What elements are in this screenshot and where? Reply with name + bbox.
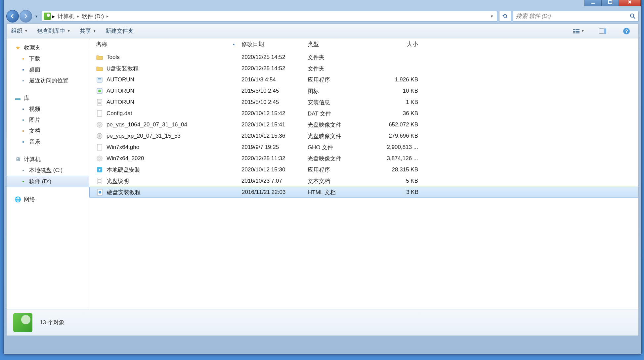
libraries-header[interactable]: ▬ 库	[7, 93, 89, 104]
chevron-down-icon: ▼	[93, 29, 96, 33]
explorer-window: ▼ ▸ 计算机 ▸ 软件 (D:) ▸ ▼ 组织▼ 包含到库中▼ 共享▼ 新建文	[3, 0, 642, 355]
star-icon: ★	[15, 45, 21, 51]
svg-point-16	[98, 90, 101, 92]
sidebar-item-favorites-2[interactable]: ▪最近访问的位置	[7, 75, 89, 86]
close-icon	[627, 0, 632, 4]
sidebar-item-favorites-0[interactable]: ▪下载	[7, 53, 89, 64]
file-size: 652,072 KB	[374, 121, 423, 128]
file-row[interactable]: AUTORUN2015/5/10 2:45图标10 KB	[89, 85, 638, 97]
file-list[interactable]: Tools2020/12/25 14:52文件夹U盘安装教程2020/12/25…	[89, 50, 638, 199]
network-label: 网络	[24, 196, 35, 203]
minimize-icon	[591, 0, 595, 4]
maximize-button[interactable]	[602, 0, 619, 6]
sort-asc-icon: ▲	[232, 42, 236, 46]
new-folder-button[interactable]: 新建文件夹	[106, 27, 134, 35]
column-header-size[interactable]: 大小	[374, 40, 423, 48]
file-row[interactable]: Win7x64_20202020/12/25 11:32光盘映像文件3,874,…	[89, 153, 638, 164]
sidebar-item-libraries-1[interactable]: ▪图片	[7, 114, 89, 125]
preview-pane-button[interactable]	[595, 26, 610, 36]
file-type: 光盘映像文件	[308, 121, 374, 129]
computer-label: 计算机	[24, 156, 41, 163]
close-button[interactable]	[619, 0, 641, 6]
sidebar-item-favorites-1[interactable]: ▪桌面	[7, 64, 89, 75]
file-row[interactable]: AUTORUN2015/5/10 2:45安装信息1 KB	[89, 97, 638, 108]
svg-rect-7	[573, 32, 575, 33]
search-box[interactable]	[513, 11, 639, 22]
file-app-icon	[96, 166, 103, 173]
file-row[interactable]: AUTORUN2016/1/8 4:54应用程序1,926 KB	[89, 74, 638, 85]
sidebar-item-computer-0[interactable]: ▪本地磁盘 (C:)	[7, 165, 89, 176]
preview-pane-icon	[599, 28, 606, 34]
file-date: 2016/11/21 22:03	[242, 189, 308, 196]
breadcrumb-sep-icon[interactable]: ▸	[105, 14, 110, 19]
file-folder-icon	[96, 54, 103, 61]
svg-point-35	[99, 191, 101, 194]
include-library-menu[interactable]: 包含到库中▼	[37, 27, 70, 35]
svg-rect-3	[573, 29, 575, 30]
organize-menu[interactable]: 组织▼	[11, 27, 28, 35]
music-icon: ▪	[20, 139, 26, 145]
forward-button[interactable]	[20, 10, 32, 22]
sidebar-item-computer-1[interactable]: ▪软件 (D:)	[7, 176, 89, 187]
file-name: Tools	[107, 54, 120, 61]
file-row[interactable]: 本地硬盘安装2020/10/12 15:30应用程序28,315 KB	[89, 164, 638, 175]
help-button[interactable]: ?	[619, 26, 634, 36]
svg-rect-10	[604, 28, 606, 34]
column-header-type[interactable]: 类型	[308, 40, 374, 48]
favorites-label: 收藏夹	[24, 44, 41, 52]
address-dropdown[interactable]: ▼	[488, 14, 495, 18]
file-row[interactable]: 硬盘安装教程2016/11/21 22:03HTML 文档3 KB	[89, 187, 638, 198]
file-name: pe_yqs_xp_20_07_31_15_53	[107, 133, 181, 139]
file-size: 5 KB	[374, 178, 423, 184]
address-bar[interactable]: ▸ 计算机 ▸ 软件 (D:) ▸ ▼	[42, 11, 497, 22]
file-date: 2020/10/12 15:36	[241, 133, 308, 139]
libraries-label: 库	[24, 94, 29, 102]
sidebar-item-libraries-3[interactable]: ▪音乐	[7, 136, 89, 147]
file-row[interactable]: pe_yqs_1064_20_07_31_16_042020/10/12 15:…	[89, 119, 638, 130]
view-options-button[interactable]: ▼	[572, 26, 586, 36]
file-name: AUTORUN	[107, 76, 134, 83]
file-row[interactable]: Tools2020/12/25 14:52文件夹	[89, 52, 638, 63]
computer-header[interactable]: 🖥 计算机	[7, 154, 89, 165]
file-date: 2020/10/12 15:42	[241, 110, 308, 117]
search-input[interactable]	[516, 13, 630, 20]
file-file-icon	[96, 110, 103, 117]
file-row[interactable]: Win7x64.gho2019/9/7 19:25GHO 文件2,900,813…	[89, 142, 638, 153]
file-type: 应用程序	[308, 166, 374, 174]
file-row[interactable]: pe_yqs_xp_20_07_31_15_532020/10/12 15:36…	[89, 130, 638, 142]
network-header[interactable]: 🌐 网络	[7, 194, 89, 205]
sidebar-item-libraries-2[interactable]: ▪文档	[7, 125, 89, 136]
search-icon[interactable]	[630, 13, 636, 19]
navigation-pane[interactable]: ★ 收藏夹 ▪下载▪桌面▪最近访问的位置 ▬ 库 ▪视频▪图片▪文档▪音乐 🖥 …	[7, 38, 89, 309]
computer-group: 🖥 计算机 ▪本地磁盘 (C:)▪软件 (D:)	[7, 154, 89, 187]
file-type: 文件夹	[308, 65, 374, 72]
sidebar-item-libraries-0[interactable]: ▪视频	[7, 104, 89, 114]
sidebar-item-label: 视频	[29, 105, 40, 113]
chevron-down-icon: ▼	[24, 29, 28, 33]
file-type: 光盘映像文件	[308, 132, 374, 140]
column-header-name[interactable]: 名称▲	[89, 40, 241, 48]
file-date: 2020/12/25 14:52	[241, 54, 308, 61]
nav-history-dropdown[interactable]: ▼	[33, 10, 40, 22]
svg-text:?: ?	[625, 28, 628, 34]
file-name: 硬盘安装教程	[107, 189, 141, 196]
minimize-button[interactable]	[584, 0, 602, 6]
breadcrumb-sep-icon[interactable]: ▸	[76, 14, 80, 19]
nav-arrows: ▼	[6, 10, 40, 22]
share-menu[interactable]: 共享▼	[80, 27, 96, 35]
refresh-button[interactable]	[499, 11, 511, 22]
file-row[interactable]: U盘安装教程2020/12/25 14:52文件夹	[89, 63, 638, 74]
file-row[interactable]: 光盘说明2016/10/23 7:07文本文档5 KB	[89, 175, 638, 187]
file-row[interactable]: Config.dat2020/10/12 15:42DAT 文件36 KB	[89, 108, 638, 119]
drive-large-icon	[13, 313, 32, 332]
library-icon: ▬	[15, 95, 21, 102]
network-icon: 🌐	[15, 196, 21, 203]
breadcrumb-item-drive[interactable]: 软件 (D:)	[80, 13, 105, 20]
titlebar[interactable]	[4, 0, 641, 9]
breadcrumb-item-computer[interactable]: 计算机	[56, 13, 76, 20]
file-date: 2015/5/10 2:45	[241, 99, 308, 106]
svg-point-2	[630, 14, 634, 17]
favorites-header[interactable]: ★ 收藏夹	[7, 42, 89, 53]
column-header-date[interactable]: 修改日期	[241, 40, 308, 48]
back-button[interactable]	[6, 10, 19, 22]
